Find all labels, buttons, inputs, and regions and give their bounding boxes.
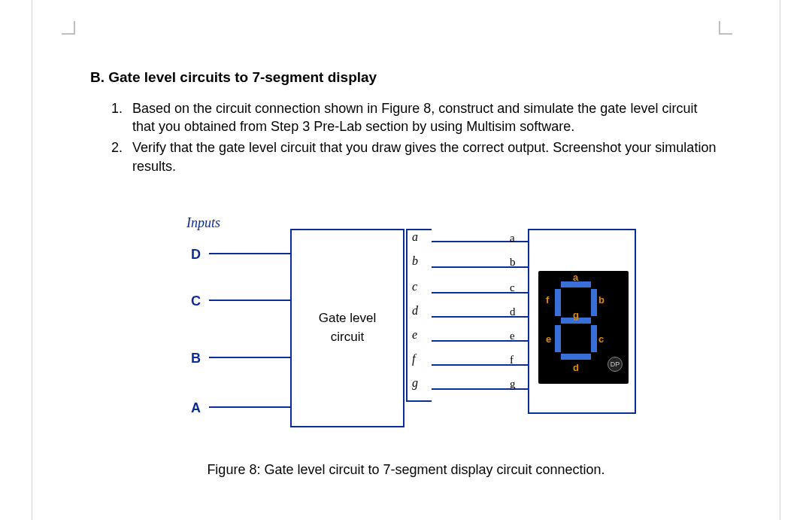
right-signal-d: d xyxy=(510,304,516,319)
input-label-D: D xyxy=(191,245,201,263)
content-area: B. Gate level circuits to 7-segment disp… xyxy=(90,68,722,178)
decimal-point-icon: DP xyxy=(607,357,623,372)
mid-signal-e: e xyxy=(412,327,417,343)
gate-block-line2: circuit xyxy=(331,329,364,346)
mid-signal-c: c xyxy=(412,278,417,295)
segment-e-icon xyxy=(555,325,561,352)
inputs-label: Inputs xyxy=(186,214,220,232)
seg-label-e: e xyxy=(546,333,551,346)
ordered-list: Based on the circuit connection shown in… xyxy=(126,99,722,175)
mid-signal-f: f xyxy=(412,351,415,367)
segment-b-icon xyxy=(591,289,597,316)
wire-input-A xyxy=(209,406,290,408)
mid-signal-d: d xyxy=(412,303,418,319)
segment-f-icon xyxy=(555,289,561,316)
seg-label-c: c xyxy=(598,333,604,346)
mid-signal-g: g xyxy=(412,375,418,391)
figure-8: Inputs D C B A Gate level circuit a b c … xyxy=(176,203,636,436)
dp-label: DP xyxy=(611,360,620,369)
gate-block-line1: Gate level xyxy=(319,310,377,327)
wire-input-B xyxy=(209,357,290,358)
mid-signal-a: a xyxy=(412,229,418,245)
seven-segment-chip: DP a b c d e f g xyxy=(538,271,629,384)
list-item: Verify that the gate level circuit that … xyxy=(126,138,722,175)
right-signal-c: c xyxy=(510,280,515,295)
seg-label-b: b xyxy=(598,293,604,307)
mid-signal-b: b xyxy=(412,253,418,269)
crop-mark-br xyxy=(719,21,732,35)
seg-label-f: f xyxy=(546,293,549,307)
segment-d-icon xyxy=(561,354,591,360)
seg-label-d: d xyxy=(573,361,579,375)
seg-label-a: a xyxy=(573,271,578,284)
gate-level-circuit-block: Gate level circuit xyxy=(290,229,404,427)
bus-outline-left xyxy=(406,229,432,402)
right-signal-g: g xyxy=(510,376,516,391)
figure-caption: Figure 8: Gate level circuit to 7-segmen… xyxy=(0,461,812,479)
seg-label-g: g xyxy=(573,309,579,322)
right-signal-f: f xyxy=(510,352,514,367)
wire-input-C xyxy=(209,300,290,301)
crop-mark-tl xyxy=(62,21,75,35)
right-signal-a: a xyxy=(510,230,515,245)
list-item: Based on the circuit connection shown in… xyxy=(126,99,722,136)
input-label-C: C xyxy=(191,292,201,310)
document-page: B. Gate level circuits to 7-segment disp… xyxy=(0,0,812,520)
input-label-B: B xyxy=(191,349,201,367)
wire-input-D xyxy=(209,253,290,254)
right-signal-e: e xyxy=(510,328,515,343)
section-heading: B. Gate level circuits to 7-segment disp… xyxy=(90,68,722,87)
segment-c-icon xyxy=(591,325,597,352)
input-label-A: A xyxy=(191,399,201,417)
right-signal-b: b xyxy=(510,254,516,269)
